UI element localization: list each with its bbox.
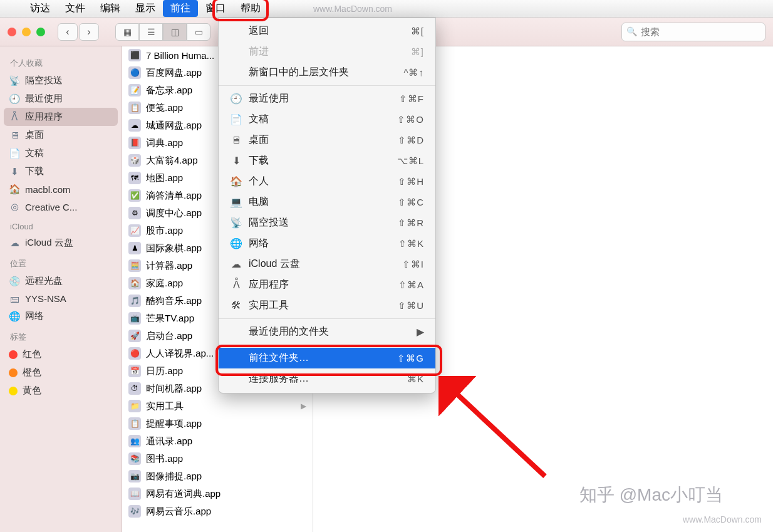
app-icon: ☁ <box>128 119 141 132</box>
app-icon: 📕 <box>128 137 141 149</box>
list-item[interactable]: 🎶网易云音乐.app <box>122 503 313 520</box>
view-columns-icon[interactable]: ◫ <box>163 23 187 41</box>
menu-icon: 🕘 <box>230 93 242 105</box>
app-icon: ⬛ <box>128 49 141 61</box>
app-label: 芒果TV.app <box>146 313 194 325</box>
app-label: 时间机器.app <box>146 383 202 395</box>
sidebar-label: 下载 <box>25 165 44 177</box>
menu-item[interactable]: 📡隔空投送⇧⌘R <box>219 212 435 233</box>
view-icon-grid-icon[interactable]: ▦ <box>115 23 139 41</box>
menubar-item-4[interactable]: 前往 <box>163 0 198 17</box>
sidebar-icon: 📡 <box>9 75 20 86</box>
app-icon: 📷 <box>128 470 141 482</box>
list-item[interactable]: 📖网易有道词典.app <box>122 485 313 503</box>
zoom-button[interactable] <box>36 28 45 36</box>
menu-item[interactable]: ᐰ应用程序⇧⌘A <box>219 274 435 295</box>
app-label: 日历.app <box>146 365 183 377</box>
menu-shortcut: ⇧⌘H <box>398 176 424 187</box>
app-icon: 👥 <box>128 435 141 447</box>
menubar-item-0[interactable]: 访达 <box>23 0 58 17</box>
forward-button[interactable]: › <box>79 23 99 41</box>
view-gallery-icon[interactable]: ▭ <box>187 23 210 41</box>
menu-item[interactable]: 前往文件夹…⇧⌘G <box>219 348 435 368</box>
menu-label: 个人 <box>249 175 269 188</box>
sidebar-item[interactable]: ◎Creative C... <box>0 198 122 216</box>
menu-label: 新窗口中的上层文件夹 <box>249 66 349 79</box>
sidebar-item[interactable]: 🏠macbl.com <box>0 180 122 198</box>
sidebar-icon: ☁ <box>9 237 20 249</box>
app-label: 启动台.app <box>146 330 192 342</box>
menu-label: 隔空投送 <box>249 216 289 229</box>
sidebar-label: macbl.com <box>25 184 71 195</box>
search-field[interactable] <box>621 23 765 41</box>
sidebar-item[interactable]: 🕘最近使用 <box>0 90 122 108</box>
sidebar-item[interactable]: 🌐网络 <box>0 307 122 325</box>
sidebar: 个人收藏📡隔空投送🕘最近使用ᐰ应用程序🖥桌面📄文稿⬇下载🏠macbl.com◎C… <box>0 46 122 532</box>
app-label: 提醒事项.app <box>146 418 202 430</box>
menubar-item-5[interactable]: 窗口 <box>198 0 233 17</box>
sidebar-item[interactable]: 📄文稿 <box>0 144 122 162</box>
menu-item[interactable]: 🖥桌面⇧⌘D <box>219 130 435 150</box>
menu-item[interactable]: 返回⌘[ <box>219 21 435 41</box>
list-item[interactable]: 📷图像捕捉.app <box>122 467 313 485</box>
window-controls <box>8 28 45 36</box>
sidebar-icon: 🖴 <box>9 293 20 304</box>
tag-dot-icon <box>9 368 18 377</box>
menu-item[interactable]: 新窗口中的上层文件夹^⌘↑ <box>219 62 435 83</box>
app-label: 实用工具 <box>146 400 184 412</box>
minimize-button[interactable] <box>22 28 31 36</box>
menu-label: 应用程序 <box>249 278 289 291</box>
sidebar-label: 应用程序 <box>25 111 63 123</box>
list-item[interactable]: 📋提醒事项.app <box>122 415 313 432</box>
menu-item[interactable]: 💻电脑⇧⌘C <box>219 192 435 212</box>
menu-item[interactable]: ⬇下载⌥⌘L <box>219 150 435 171</box>
menu-item[interactable]: 🌐网络⇧⌘K <box>219 233 435 254</box>
menubar-item-6[interactable]: 帮助 <box>233 0 268 17</box>
sidebar-header: iCloud <box>0 216 122 234</box>
menu-item[interactable]: 🛠实用工具⇧⌘U <box>219 295 435 316</box>
sidebar-label: 桌面 <box>25 129 44 141</box>
menu-item[interactable]: 🕘最近使用⇧⌘F <box>219 88 435 109</box>
menu-icon: 🏠 <box>230 175 242 187</box>
sidebar-label: 最近使用 <box>25 93 63 105</box>
view-list-icon[interactable]: ☰ <box>139 23 163 41</box>
chevron-right-icon: ▶ <box>301 402 306 410</box>
sidebar-label: Creative C... <box>25 202 77 212</box>
close-button[interactable] <box>8 28 16 36</box>
app-label: 便笺.app <box>146 102 183 114</box>
menu-label: 前往文件夹… <box>249 352 309 365</box>
app-icon: ⏱ <box>128 382 141 395</box>
sidebar-item[interactable]: ᐰ应用程序 <box>4 108 118 126</box>
list-item[interactable]: 📚图书.app <box>122 450 313 467</box>
sidebar-item[interactable]: 🖥桌面 <box>0 126 122 144</box>
sidebar-item[interactable]: ⬇下载 <box>0 162 122 180</box>
menu-item[interactable]: ☁iCloud 云盘⇧⌘I <box>219 254 435 274</box>
sidebar-item[interactable]: ☁iCloud 云盘 <box>0 234 122 252</box>
app-label: 滴答清单.app <box>146 190 202 202</box>
sidebar-item[interactable]: 黄色 <box>0 382 122 400</box>
menubar-item-2[interactable]: 编辑 <box>93 0 128 17</box>
sidebar-item[interactable]: 橙色 <box>0 363 122 382</box>
sidebar-icon: ᐰ <box>9 112 20 123</box>
app-label: 7 Billion Huma... <box>146 50 214 61</box>
app-icon: 📁 <box>128 400 141 412</box>
menubar-item-3[interactable]: 显示 <box>128 0 163 17</box>
app-icon: ✅ <box>128 189 141 202</box>
app-label: 调度中心.app <box>146 207 202 219</box>
sidebar-header: 个人收藏 <box>0 51 122 71</box>
list-item[interactable]: 👥通讯录.app <box>122 432 313 450</box>
back-button[interactable]: ‹ <box>58 23 78 41</box>
search-input[interactable] <box>621 23 765 41</box>
menu-item[interactable]: 最近使用的文件夹▶ <box>219 321 435 342</box>
menu-item[interactable]: 📄文稿⇧⌘O <box>219 109 435 130</box>
sidebar-item[interactable]: 💿远程光盘 <box>0 272 122 290</box>
app-label: 网易云音乐.app <box>146 506 211 518</box>
sidebar-item[interactable]: 🖴YYS-NSA <box>0 290 122 307</box>
menu-item[interactable]: 🏠个人⇧⌘H <box>219 171 435 192</box>
sidebar-item[interactable]: 📡隔空投送 <box>0 71 122 90</box>
sidebar-item[interactable]: 红色 <box>0 345 122 363</box>
list-item[interactable]: 📁实用工具▶ <box>122 397 313 415</box>
sidebar-icon: 🌐 <box>9 311 20 322</box>
menu-item[interactable]: 连接服务器…⌘K <box>219 368 435 389</box>
menubar-item-1[interactable]: 文件 <box>58 0 93 17</box>
